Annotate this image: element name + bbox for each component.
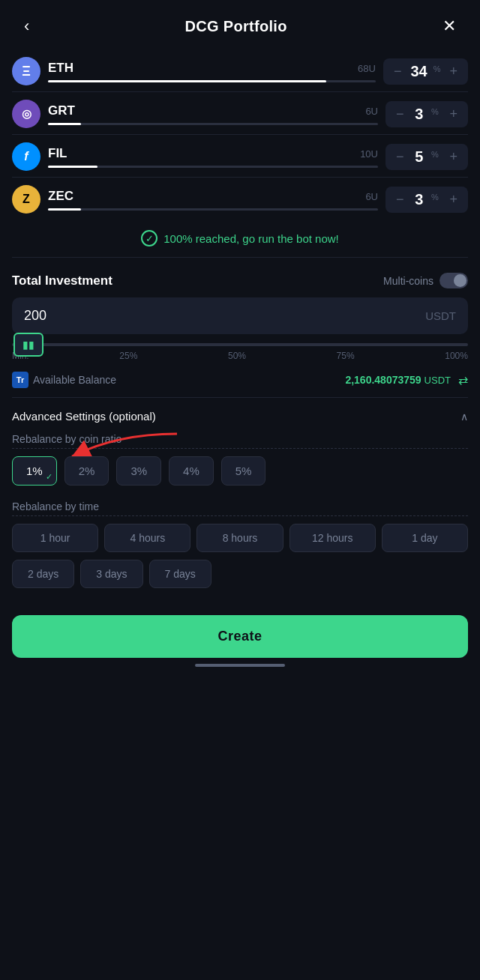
grt-bar-fill	[48, 123, 81, 125]
ratio-btn-1pct[interactable]: 1% ✓	[12, 456, 57, 486]
investment-section: Total Investment Multi-coins 200 USDT ▮▮…	[0, 258, 480, 588]
multi-coins-row: Multi-coins	[383, 273, 468, 288]
time-buttons-row2: 2 days 3 days 7 days	[12, 560, 468, 588]
grt-info: GRT 6U	[48, 103, 378, 125]
time-btn-3days[interactable]: 3 days	[80, 560, 142, 588]
zec-value: 3	[415, 191, 423, 208]
grt-name: GRT	[48, 103, 75, 118]
time-btn-1hour[interactable]: 1 hour	[12, 524, 98, 552]
time-btn-12hours[interactable]: 12 hours	[290, 524, 376, 552]
balance-row: Tr Available Balance 2,160.48073759 USDT…	[12, 372, 468, 398]
eth-bar-track	[48, 80, 376, 82]
create-button[interactable]: Create	[12, 615, 468, 658]
coin-row-eth: Ξ ETH 68U − 34 % +	[12, 49, 468, 92]
advanced-settings-title: Advanced Settings (optional)	[12, 410, 156, 423]
fil-name: FIL	[48, 146, 68, 161]
investment-input[interactable]: 200 USDT	[12, 297, 468, 334]
fil-icon: f	[12, 142, 40, 171]
grt-pct: %	[431, 107, 439, 116]
success-text: 100% reached, go run the bot now!	[164, 232, 339, 245]
investment-title: Total Investment	[12, 273, 112, 288]
time-btn-1day[interactable]: 1 day	[382, 524, 468, 552]
zec-control: − 3 % +	[386, 187, 468, 213]
slider-thumb[interactable]: ▮▮	[14, 333, 44, 357]
grt-amount: 6U	[365, 106, 378, 117]
slider-thumb-icon: ▮▮	[22, 339, 34, 351]
coin-row-fil: f FIL 10U − 5 % +	[12, 135, 468, 178]
toggle-knob	[454, 274, 466, 287]
slider-label-75: 75%	[337, 351, 355, 361]
fil-amount: 10U	[360, 148, 378, 160]
investment-value: 200	[24, 308, 46, 324]
fil-bar-fill	[48, 166, 98, 168]
balance-right: 2,160.48073759 USDT ⇄	[345, 373, 468, 387]
rebalance-time-label: Rebalance by time	[12, 500, 468, 516]
zec-pct: %	[431, 193, 439, 202]
eth-name: ETH	[48, 61, 74, 76]
time-btn-4hours[interactable]: 4 hours	[104, 524, 190, 552]
multi-coins-toggle[interactable]	[440, 273, 468, 288]
fil-increase-button[interactable]: +	[446, 150, 460, 163]
eth-decrease-button[interactable]: −	[391, 64, 405, 78]
time-btn-2days[interactable]: 2 days	[12, 560, 74, 588]
grt-icon: ◎	[12, 100, 40, 128]
eth-increase-button[interactable]: +	[446, 64, 460, 78]
ratio-btn-5pct[interactable]: 5%	[221, 456, 266, 486]
close-button[interactable]: ✕	[436, 13, 462, 39]
eth-value: 34	[410, 63, 427, 80]
grt-increase-button[interactable]: +	[446, 107, 460, 121]
slider-label-25: 25%	[119, 351, 137, 361]
grt-control: − 3 % +	[386, 101, 468, 127]
fil-info: FIL 10U	[48, 146, 378, 168]
slider-labels: Min. 25% 50% 75% 100%	[12, 351, 468, 361]
ratio-btn-3pct[interactable]: 3%	[116, 456, 161, 486]
coin-list: Ξ ETH 68U − 34 % + ◎ GRT 6U	[0, 49, 480, 220]
eth-amount: 68U	[358, 63, 376, 74]
fil-control: − 5 % +	[386, 144, 468, 170]
grt-value: 3	[415, 106, 423, 123]
success-banner: ✓ 100% reached, go run the bot now!	[0, 220, 480, 257]
fil-decrease-button[interactable]: −	[393, 150, 407, 163]
investment-header: Total Investment Multi-coins	[12, 270, 468, 288]
slider-label-50: 50%	[228, 351, 246, 361]
eth-info: ETH 68U	[48, 61, 376, 82]
coin-row-grt: ◎ GRT 6U − 3 % +	[12, 92, 468, 135]
zec-icon: Z	[12, 185, 40, 214]
slider-label-100: 100%	[445, 351, 468, 361]
header: ‹ DCG Portfolio ✕	[0, 0, 480, 49]
advanced-collapse-icon: ∧	[460, 411, 468, 423]
zec-bar-track	[48, 208, 378, 211]
page-title: DCG Portfolio	[185, 18, 287, 35]
eth-icon: Ξ	[12, 57, 40, 85]
fil-value: 5	[415, 148, 423, 166]
zec-increase-button[interactable]: +	[446, 193, 460, 206]
time-btn-7days[interactable]: 7 days	[149, 560, 212, 588]
grt-bar-track	[48, 123, 378, 125]
home-indicator	[195, 664, 285, 667]
rebalance-time-section: Rebalance by time 1 hour 4 hours 8 hours…	[12, 500, 468, 588]
ratio-btn-4pct[interactable]: 4%	[169, 456, 214, 486]
zec-decrease-button[interactable]: −	[393, 193, 407, 206]
create-button-wrap: Create	[0, 603, 480, 679]
ratio-buttons: 1% ✓ 2% 3% 4% 5%	[12, 456, 468, 486]
eth-control: − 34 % +	[383, 58, 468, 85]
ratio-checkmark: ✓	[46, 472, 52, 482]
ratio-btn-2pct[interactable]: 2%	[64, 456, 110, 486]
advanced-settings-header[interactable]: Advanced Settings (optional) ∧	[12, 410, 468, 423]
zec-info: ZEC 6U	[48, 189, 378, 211]
slider-track[interactable]: ▮▮	[12, 343, 468, 346]
investment-currency: USDT	[425, 309, 456, 322]
zec-amount: 6U	[365, 191, 378, 202]
time-btn-8hours[interactable]: 8 hours	[196, 524, 283, 552]
zec-name: ZEC	[48, 189, 74, 204]
balance-swap-icon[interactable]: ⇄	[458, 373, 468, 387]
zec-bar-fill	[48, 208, 81, 211]
fil-bar-track	[48, 166, 378, 168]
eth-bar-fill	[48, 80, 326, 82]
slider-section: ▮▮ Min. 25% 50% 75% 100%	[12, 343, 468, 361]
eth-pct: %	[434, 64, 441, 73]
grt-decrease-button[interactable]: −	[393, 107, 407, 121]
fil-pct: %	[431, 150, 439, 159]
back-button[interactable]: ‹	[18, 13, 35, 39]
balance-left: Tr Available Balance	[12, 372, 116, 388]
